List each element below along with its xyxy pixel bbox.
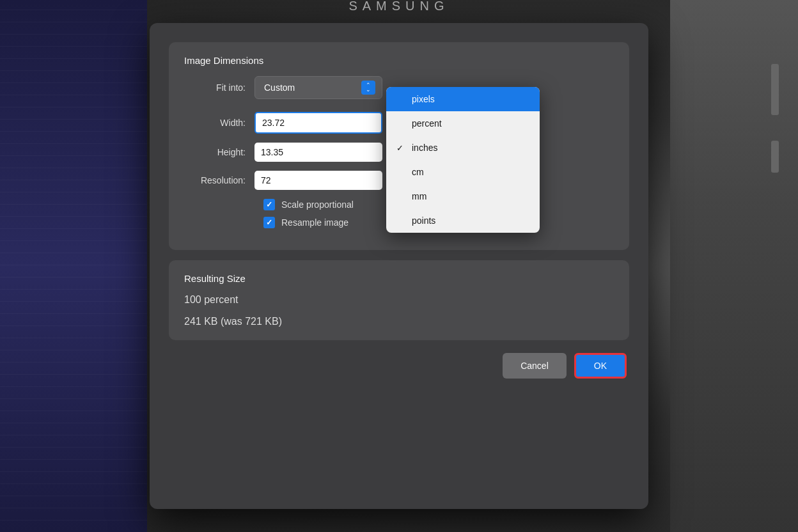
ok-button[interactable]: OK: [574, 353, 627, 379]
height-label: Height:: [184, 147, 254, 157]
fit-into-dropdown[interactable]: Custom: [254, 76, 382, 99]
dropdown-item-inches[interactable]: inches: [386, 136, 540, 160]
resample-image-label: Resample image: [281, 217, 348, 228]
dropdown-item-pixels[interactable]: pixels: [386, 87, 540, 111]
width-label: Width:: [184, 118, 254, 128]
image-dimensions-title: Image Dimensions: [184, 55, 614, 66]
dropdown-item-pixels-label: pixels: [412, 94, 435, 104]
fit-into-value: Custom: [264, 82, 356, 93]
resolution-label: Resolution:: [184, 175, 254, 185]
resolution-input[interactable]: [254, 171, 382, 190]
result-size: 241 KB (was 721 KB): [184, 316, 614, 327]
dropdown-item-cm-label: cm: [412, 167, 424, 177]
width-input[interactable]: [254, 112, 382, 134]
dropdown-item-points-label: points: [412, 215, 435, 226]
scale-proportional-checkbox[interactable]: [263, 199, 275, 210]
resulting-size-section: Resulting Size 100 percent 241 KB (was 7…: [169, 260, 629, 340]
dropdown-item-mm-label: mm: [412, 191, 426, 201]
resulting-size-title: Resulting Size: [184, 273, 614, 284]
dialog: SAMSUNG Image Dimensions Fit into: Custo…: [150, 23, 648, 509]
chevron-up-down-icon: [361, 81, 375, 95]
image-dimensions-section: Image Dimensions Fit into: Custom Width:…: [169, 42, 629, 250]
resample-image-checkbox[interactable]: [263, 217, 275, 228]
unit-dropdown-menu: pixels percent inches cm mm points: [386, 87, 540, 233]
dropdown-item-percent-label: percent: [412, 118, 442, 129]
dialog-buttons: Cancel OK: [169, 353, 629, 379]
dropdown-item-inches-label: inches: [412, 143, 437, 153]
cancel-button[interactable]: Cancel: [503, 353, 567, 379]
samsung-label: SAMSUNG: [348, 0, 449, 13]
dropdown-item-cm[interactable]: cm: [386, 160, 540, 184]
scale-proportional-label: Scale proportional: [281, 199, 354, 210]
dropdown-item-mm[interactable]: mm: [386, 184, 540, 208]
dropdown-item-points[interactable]: points: [386, 208, 540, 233]
dropdown-item-percent[interactable]: percent: [386, 111, 540, 136]
dialog-backdrop: SAMSUNG Image Dimensions Fit into: Custo…: [0, 0, 798, 532]
result-percent: 100 percent: [184, 294, 614, 306]
height-input[interactable]: [254, 143, 382, 162]
fit-into-label: Fit into:: [184, 82, 254, 93]
